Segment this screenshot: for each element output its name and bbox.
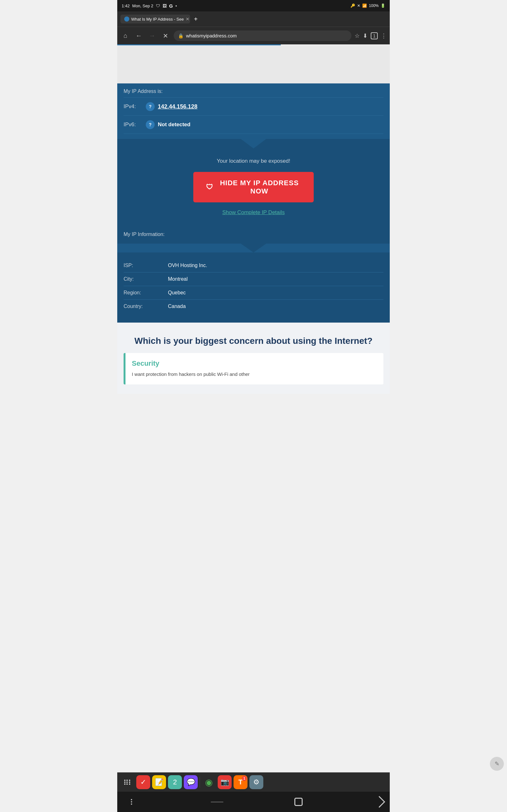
tab-title: What Is My IP Address - See — [131, 17, 184, 21]
section-divider-arrow — [241, 139, 266, 148]
security-icon: 🔒 — [178, 33, 183, 38]
concern-section: Which is your biggest concern about usin… — [117, 322, 390, 394]
ip-details-table: ISP: OVH Hosting Inc. City: Montreal Reg… — [117, 252, 390, 322]
menu-button[interactable]: ⋮ — [381, 32, 387, 39]
table-row: City: Montreal — [124, 272, 383, 286]
url-display: whatismyipaddress.com — [186, 33, 347, 38]
shield-status-icon: 🛡 — [156, 3, 160, 8]
region-value: Quebec — [168, 290, 186, 296]
ipv4-label: IPv4: — [124, 103, 143, 110]
g-icon: G — [169, 3, 173, 9]
hide-ip-button[interactable]: 🛡 HIDE MY IP ADDRESS NOW — [193, 172, 314, 202]
ip-info-title: My IP Information: — [124, 232, 383, 237]
hide-ip-button-label: HIDE MY IP ADDRESS NOW — [218, 179, 301, 195]
ipv4-address[interactable]: 142.44.156.128 — [158, 103, 198, 110]
table-row: ISP: OVH Hosting Inc. — [124, 259, 383, 272]
tab-favicon — [124, 16, 129, 21]
country-value: Canada — [168, 304, 186, 309]
ipv6-row: IPv6: ? Not detected — [124, 116, 383, 134]
battery-display: 100% — [369, 3, 379, 8]
forward-button[interactable]: → — [147, 32, 157, 39]
isp-value: OVH Hosting Inc. — [168, 263, 207, 268]
isp-label: ISP: — [124, 263, 168, 268]
location-warning-section: Your location may be exposed! 🛡 HIDE MY … — [117, 148, 390, 225]
advertisement-space — [117, 45, 390, 84]
add-tab-button[interactable]: + — [193, 15, 199, 23]
home-button[interactable]: ⌂ — [120, 32, 130, 39]
show-details-link[interactable]: Show Complete IP Details — [124, 209, 383, 216]
stop-button[interactable]: ✕ — [160, 32, 170, 40]
ipv6-label: IPv6: — [124, 121, 143, 128]
city-label: City: — [124, 276, 168, 282]
battery-icon: 🔋 — [381, 3, 385, 8]
tab-close-button[interactable]: ✕ — [186, 16, 189, 21]
main-content: My IP Address is: IPv4: ? 142.44.156.128… — [117, 84, 390, 322]
key-icon: 🔑 — [350, 3, 355, 8]
download-button[interactable]: ⬇ — [363, 32, 368, 39]
tab-bar: What Is My IP Address - See ✕ + — [117, 11, 390, 27]
ipv6-status: Not detected — [158, 121, 190, 128]
region-label: Region: — [124, 290, 168, 296]
photo-icon: 🖼 — [163, 3, 167, 8]
security-card: Security I want protection from hackers … — [124, 353, 383, 385]
concern-title: Which is your biggest concern about usin… — [124, 335, 383, 347]
tabs-button[interactable]: 1 — [371, 32, 378, 39]
nav-bar: ⌂ ← → ✕ 🔒 whatismyipaddress.com ☆ ⬇ 1 ⋮ — [117, 27, 390, 44]
ipv4-help-button[interactable]: ? — [146, 102, 155, 111]
dot-indicator: ● — [175, 4, 177, 7]
question-mark: ? — [149, 104, 152, 109]
question-mark-v6: ? — [149, 122, 152, 127]
country-label: Country: — [124, 304, 168, 309]
security-card-title: Security — [132, 359, 377, 368]
city-value: Montreal — [168, 276, 187, 282]
ipv6-help-button[interactable]: ? — [146, 120, 155, 129]
active-tab[interactable]: What Is My IP Address - See ✕ — [120, 14, 190, 23]
shield-button-icon: 🛡 — [206, 183, 213, 191]
bookmark-button[interactable]: ☆ — [354, 32, 360, 39]
location-warning-text: Your location may be exposed! — [124, 158, 383, 164]
date-display: Mon, Sep 2 — [132, 3, 153, 8]
table-row: Country: Canada — [124, 300, 383, 313]
time-display: 1:42 — [122, 3, 130, 8]
ip-section: My IP Address is: IPv4: ? 142.44.156.128… — [117, 84, 390, 139]
wifi-icon: 📶 — [362, 3, 367, 8]
ip-section-title: My IP Address is: — [124, 89, 383, 94]
status-bar: 1:42 Mon, Sep 2 🛡 🖼 G ● 🔑 ✕ 📶 100% 🔋 — [117, 0, 390, 11]
table-row: Region: Quebec — [124, 286, 383, 300]
address-bar[interactable]: 🔒 whatismyipaddress.com — [174, 31, 351, 41]
ip-info-section: My IP Information: — [117, 225, 390, 244]
back-button[interactable]: ← — [134, 32, 144, 39]
section-divider-arrow-2 — [241, 244, 266, 252]
security-card-text: I want protection from hackers on public… — [132, 371, 377, 378]
ipv4-row: IPv4: ? 142.44.156.128 — [124, 97, 383, 116]
signal-slash-icon: ✕ — [357, 3, 360, 8]
